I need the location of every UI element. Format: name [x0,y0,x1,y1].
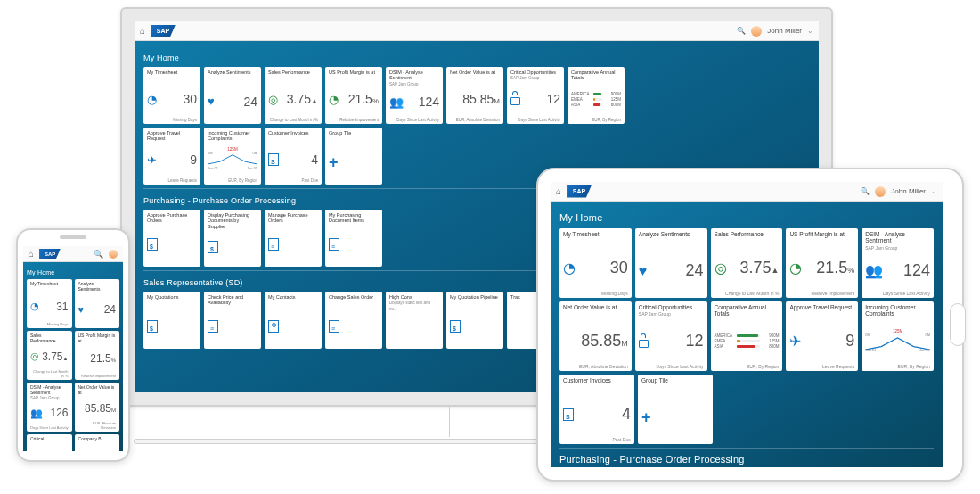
tile-analyze-sentiments[interactable]: Analyze Sentiments ♥24 [204,67,261,124]
clock-icon: ◔ [147,93,157,106]
tile-group[interactable]: Group Tile + [325,128,382,185]
tile-pipeline[interactable]: My Quotation Pipeline [446,292,503,349]
heart-icon: ♥ [639,263,648,279]
lock-icon [639,335,649,348]
search-icon[interactable]: 🔍 [94,250,103,259]
person-icon [268,320,279,333]
avatar[interactable] [875,186,886,197]
chevron-down-icon[interactable]: ⌄ [931,187,937,195]
tile-travel[interactable]: Approve Travel Request ✈9 Leave Requests [786,301,858,371]
tile-net-order[interactable]: Net Order Value is at 85.85M EUR, Absolu… [446,67,503,124]
invoice-icon [563,408,574,421]
tile-complaints[interactable]: Incoming Customer Complaints 0M0M 125M J… [862,301,934,371]
section-home-title: My Home [143,54,810,62]
sparkline: 0M0M 125M Jan 01Jan 31 [865,333,930,351]
tile-complaints[interactable]: Incoming Customer Complaints 0M0M 125M J… [204,128,261,185]
people-icon: 👥 [389,95,404,109]
doc-icon [450,320,461,333]
app-header: ⌂ SAP 🔍 John Miller ⌄ [551,182,943,202]
target-icon: ◎ [30,350,39,362]
doc-icon [147,320,158,333]
clock-icon: ◔ [563,259,576,276]
sap-logo: SAP [151,25,176,37]
tile-profit-margin[interactable]: US Profit Margin is at 21.5% Relative Im… [75,331,120,380]
section-purchasing-title: Purchasing - Purchase Order Processing [559,454,934,465]
doc-icon [268,238,279,251]
doc-icon [208,241,218,253]
tile-critical-cut[interactable]: Critical [27,434,72,451]
tile-invoices[interactable]: Customer Invoices 4 Past Due [559,375,634,444]
tile-critical[interactable]: Critical OpportunitiesSAP Jam Group 12 D… [507,67,564,124]
tile-profit-margin[interactable]: US Profit Margin is at ◔ 21.5% Relative … [786,228,858,298]
doc-icon [147,238,158,251]
tile-analyze-sentiments[interactable]: Analyze Sentiments ♥24 [75,279,120,328]
search-icon[interactable]: 🔍 [737,27,746,35]
user-name[interactable]: John Miller [767,27,802,35]
phone-frame: ⌂ SAP 🔍 My Home My Timesheet ◔31 Missing… [16,228,130,462]
home-icon[interactable]: ⌂ [29,249,34,259]
tile-change-order[interactable]: Change Sales Order [325,292,382,349]
doc-icon [208,320,218,333]
tile-annual[interactable]: Comparative Annual Totals AMERICA900M EM… [711,301,783,371]
tile-net-order[interactable]: Net Order Value is at 85.85M EUR, Absolu… [75,383,120,432]
section-home-title: My Home [27,269,119,276]
lock-icon [510,93,521,105]
chevron-down-icon[interactable]: ⌄ [807,27,813,35]
tile-dsim[interactable]: DSIM - Analyse SentimentSAP Jam Group 👥1… [862,228,934,298]
sparkline: 0M0M 125M Jan 01Jan 31 [208,152,257,169]
tile-company-cut[interactable]: Company B. [75,434,120,451]
tile-group[interactable]: Group Tile + [638,375,713,444]
doc-icon [329,320,339,333]
tile-my-timesheet[interactable]: My Timesheet ◔30 Missing Days [559,228,632,298]
clock-icon: ◔ [30,301,39,312]
tile-check-price[interactable]: Check Price and Availability [204,292,261,349]
heart-icon: ♥ [208,95,215,108]
tile-invoices[interactable]: Customer Invoices 4 Past Due [265,128,322,185]
tile-sales-performance[interactable]: Sales Performance ◎ 3.75▲ Change to Last… [27,331,72,380]
plus-icon: + [641,409,651,425]
section-home-title: My Home [559,212,934,223]
tile-my-timesheet[interactable]: My Timesheet ◔31 Missing Days [27,279,72,328]
target-icon: ◎ [715,259,727,276]
tile-sales-performance[interactable]: Sales Performance ◎ 3.75▲ Change to Last… [711,228,783,298]
tile-dsim[interactable]: DSIM - Analyse SentimentSAP Jam Group 👥1… [27,383,72,432]
doc-icon [329,238,339,251]
people-icon: 👥 [865,262,883,279]
sap-logo: SAP [39,249,61,259]
app-header: ⌂ SAP 🔍 [23,246,123,262]
people-icon: 👥 [30,408,43,419]
tile-critical[interactable]: Critical OpportunitiesSAP Jam Group 12 D… [635,301,707,371]
plus-icon: + [329,154,339,170]
tile-quotations[interactable]: My Quotations [143,292,200,349]
sap-logo: SAP [567,185,592,198]
plane-icon: ✈ [147,153,157,167]
tile-approve-po[interactable]: Approve Purchase Orders [143,210,200,267]
tile-manage-po[interactable]: Manage Purchase Orders [265,210,322,267]
target-icon: ◎ [268,93,278,106]
search-icon[interactable]: 🔍 [861,187,870,195]
plane-icon: ✈ [789,333,801,350]
tile-contacts[interactable]: My Contacts [265,292,322,349]
tile-display-po[interactable]: Display Purchasing Documents by Supplier [204,210,261,267]
clock-icon: ◔ [329,93,339,106]
invoice-icon [268,153,279,166]
tile-net-order[interactable]: Net Order Value is at 85.85M EUR, Absolu… [559,301,632,371]
tile-my-timesheet[interactable]: My Timesheet ◔30 Missing Days [143,67,200,124]
tile-sales-performance[interactable]: Sales Performance ◎ 3.75▲ Change to Last… [265,67,322,124]
tile-high-cons[interactable]: High ConsDisplays static text and nu... [386,292,443,349]
avatar[interactable] [109,250,118,259]
avatar[interactable] [751,26,762,37]
home-icon[interactable]: ⌂ [556,186,561,196]
phone-speaker [60,235,86,239]
tile-analyze-sentiments[interactable]: Analyze Sentiments ♥24 [635,228,707,298]
tile-my-po-items[interactable]: My Purchasing Document Items [325,210,382,267]
tile-travel[interactable]: Approve Travel Request ✈9 Leave Requests [143,128,200,185]
app-header: ⌂ SAP 🔍 John Miller ⌄ [135,21,819,41]
tile-dsim[interactable]: DSIM - Analyse SentimentSAP Jam Group 👥1… [386,67,443,124]
clock-icon: ◔ [789,259,802,276]
tablet-home-button[interactable] [950,303,966,346]
tile-annual[interactable]: Comparative Annual Totals AMERICA900M EM… [568,67,625,124]
home-icon[interactable]: ⌂ [140,26,145,36]
tile-profit-margin[interactable]: US Profit Margin is at ◔ 21.5% Relative … [325,67,382,124]
user-name[interactable]: John Miller [891,187,926,195]
